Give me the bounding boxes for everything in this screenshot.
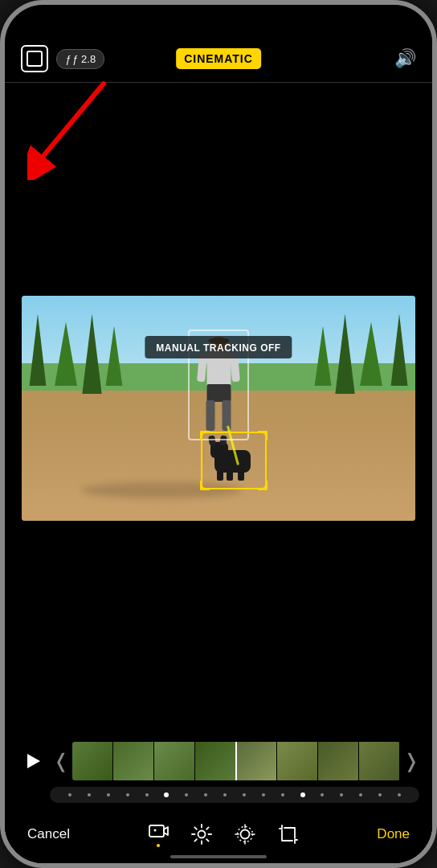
timeline-bracket-right: ❭ [403,750,419,772]
done-button[interactable]: Done [377,826,410,842]
timeline-playhead [235,742,237,780]
toolbar-left: ƒ ƒ 2.8 [21,45,104,72]
video-area[interactable]: MANUAL TRACKING OFF [5,83,432,734]
brightness-icon [191,824,212,845]
tracking-status-text: MANUAL TRACKING OFF [156,342,280,354]
screen: ƒ ƒ 2.8 CINEMATIC 🔊 [5,5,432,863]
play-button[interactable] [18,747,47,776]
focus-icon [235,824,255,845]
trees-left [22,313,134,402]
focus-dot [359,793,362,796]
scene-background: MANUAL TRACKING OFF [22,296,415,521]
focus-dot [126,793,129,796]
camera-icon [148,821,169,841]
trees-right [303,313,415,402]
film-frame [72,742,113,780]
svg-rect-2 [149,825,164,837]
focus-dot [68,793,71,796]
film-frame [195,742,236,780]
volume-icon: 🔊 [394,48,416,68]
focus-dot [243,793,246,796]
focus-track[interactable] [50,787,419,803]
focus-dot [145,793,149,796]
tracking-overlay: MANUAL TRACKING OFF [145,336,292,358]
brightness-tool-button[interactable] [191,824,212,845]
bottom-tools [148,821,299,847]
crop-icon [278,824,299,845]
crop-tool-button[interactable] [278,824,299,845]
play-icon [27,754,40,768]
timeline-container: ❬ ❭ [5,742,432,780]
filmstrip[interactable] [72,742,400,780]
focus-tool-button[interactable] [235,824,255,845]
cinematic-badge[interactable]: CINEMATIC [176,48,261,69]
svg-line-12 [195,839,198,841]
cancel-button[interactable]: Cancel [27,826,70,842]
volume-button[interactable]: 🔊 [394,48,416,69]
focus-dot [398,793,401,796]
focus-dot [107,793,110,796]
film-frame [277,742,318,780]
cinematic-label: CINEMATIC [184,52,253,65]
svg-point-4 [198,830,206,837]
focus-dot [281,793,284,796]
svg-point-14 [238,826,253,841]
focus-dot [378,793,382,796]
svg-point-13 [241,829,250,838]
svg-line-10 [206,839,209,841]
aperture-icon: ƒ [65,53,71,65]
cinematic-tool-button[interactable] [148,821,169,847]
focus-dot [204,793,207,796]
focus-dot [321,793,324,796]
film-frame [318,742,359,780]
toolbar: ƒ ƒ 2.8 CINEMATIC 🔊 [5,5,432,82]
tool-active-dot [157,844,160,847]
bottom-area: ❬ ❭ [5,734,432,863]
film-frame [154,742,195,780]
focus-dot [262,793,265,796]
tracking-focus-button[interactable] [21,45,48,72]
aperture-badge[interactable]: ƒ ƒ 2.8 [56,49,104,69]
dog-focus-box[interactable] [201,432,267,489]
focus-dot-active [300,792,305,797]
focus-dot [340,793,343,796]
video-frame: MANUAL TRACKING OFF [22,296,415,521]
focus-dot-active [164,792,169,797]
focus-dots [68,792,401,797]
aperture-value: ƒ 2.8 [72,53,96,65]
svg-line-11 [206,827,209,829]
film-frame [113,742,154,780]
phone-frame: ƒ ƒ 2.8 CINEMATIC 🔊 [0,0,437,868]
svg-line-9 [195,827,198,829]
home-indicator[interactable] [170,855,267,858]
film-frame [236,742,277,780]
focus-dot [88,793,91,796]
focus-dot [185,793,188,796]
timeline-bracket-left: ❬ [53,750,69,772]
focus-dot [223,793,227,796]
film-frame [359,742,400,780]
svg-point-3 [154,829,157,832]
